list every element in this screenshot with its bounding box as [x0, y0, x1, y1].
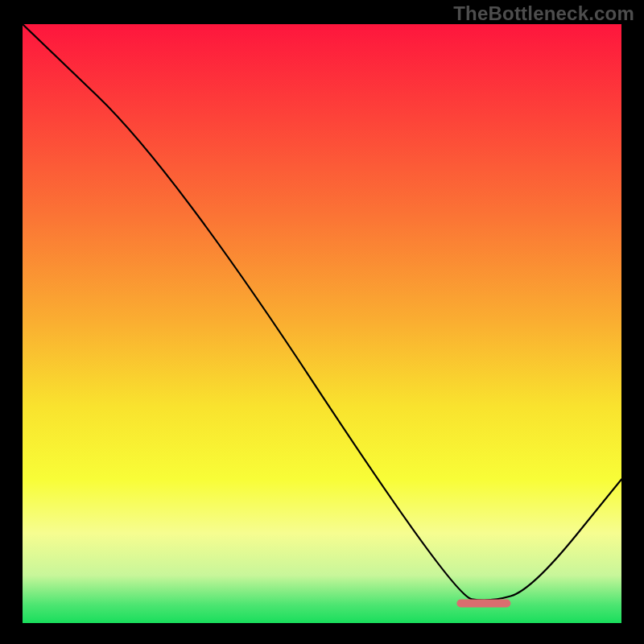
chart-background-gradient [23, 24, 621, 623]
chart-container [23, 24, 621, 623]
watermark-text: TheBottleneck.com [453, 2, 634, 25]
chart-svg [23, 24, 621, 623]
optimal-range-marker [456, 599, 510, 607]
